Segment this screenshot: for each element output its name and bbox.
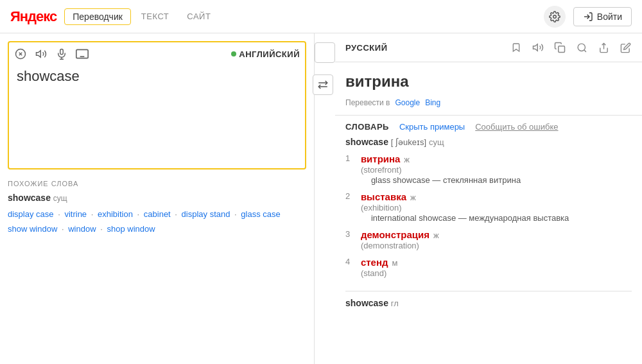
bing-link[interactable]: Bing: [425, 98, 440, 107]
tab-translator[interactable]: Переводчик: [64, 8, 131, 25]
bottom-showcase-pos: гл: [391, 299, 399, 308]
entry-main-2: выставка ж (exhibition) international sh…: [361, 191, 632, 223]
svg-line-21: [584, 49, 586, 51]
logo: Яндекс: [10, 8, 56, 25]
hide-examples-link[interactable]: Скрыть примеры: [399, 122, 465, 132]
similar-link-display-stand[interactable]: display stand: [182, 209, 230, 219]
entry-gender-4: м: [392, 258, 397, 268]
left-panel: АНГЛИЙСКИЙ showcase ПОХОЖИЕ СЛОВА showca…: [0, 33, 315, 364]
svg-point-0: [553, 15, 557, 18]
tab-text[interactable]: ТЕКСТ: [134, 9, 177, 24]
entry-example-1: glass showcase — стеклянная витрина: [361, 175, 521, 185]
entry-num-2: 2: [345, 191, 358, 201]
svg-rect-19: [559, 46, 565, 53]
similar-main-word: showcase сущ: [8, 193, 306, 203]
tab-site[interactable]: САЙТ: [179, 9, 218, 24]
input-text[interactable]: showcase: [14, 65, 300, 163]
speaker-right-icon[interactable]: [532, 41, 544, 54]
clear-icon[interactable]: [14, 48, 27, 60]
entry-gender-3: ж: [433, 230, 439, 240]
similar-pos: сущ: [53, 194, 67, 203]
entry-parens-2: (exhibition): [361, 203, 402, 212]
similar-link-vitrine[interactable]: vitrine: [64, 209, 87, 219]
share-icon[interactable]: [597, 41, 610, 54]
similar-words-section: ПОХОЖИЕ СЛОВА showcase сущ display case …: [0, 177, 314, 245]
svg-point-20: [578, 44, 585, 51]
entry-num-1: 1: [345, 153, 358, 163]
copy-icon[interactable]: [553, 41, 566, 54]
similar-link-show-window[interactable]: show window: [8, 224, 57, 234]
similar-title: ПОХОЖИЕ СЛОВА: [8, 180, 306, 187]
bottom-showcase-word: showcase: [345, 298, 388, 308]
dict-phonetic: [ ʃəukeɪs]: [391, 137, 426, 147]
entry-main-1: витрина ж (storefront) glass showcase — …: [361, 153, 632, 185]
speaker-icon[interactable]: [35, 48, 48, 60]
search-icon[interactable]: [575, 41, 588, 54]
similar-links-row1: display case · vitrine · exhibition · ca…: [8, 207, 306, 221]
login-label: Войти: [597, 12, 622, 22]
bottom-word-section: showcase гл: [345, 291, 632, 315]
target-lang-label: РУССКИЙ: [345, 43, 388, 53]
dict-header: СЛОВАРЬ Скрыть примеры Сообщить об ошибк…: [345, 116, 632, 137]
similar-link-window[interactable]: window: [68, 224, 96, 234]
entry-parens-4: (stand): [361, 268, 386, 278]
entry-main-4: стенд м (stand): [361, 257, 632, 278]
entry-num-3: 3: [345, 229, 358, 239]
dict-word: showcase: [345, 137, 388, 147]
dict-entry-3: 3 демонстрация ж (demonstration): [345, 229, 632, 250]
header: Яндекс Переводчик ТЕКСТ САЙТ Войти: [0, 0, 642, 33]
report-error-link[interactable]: Сообщить об ошибке: [475, 122, 558, 132]
dictionary-section: СЛОВАРЬ Скрыть примеры Сообщить об ошибк…: [335, 115, 642, 364]
right-toolbar: РУССКИЙ: [335, 33, 642, 62]
dict-pos: сущ: [429, 137, 444, 147]
right-icons: [510, 41, 632, 54]
entry-num-4: 4: [345, 257, 358, 266]
similar-link-display-case[interactable]: display case: [8, 209, 54, 219]
entry-word-2: выставка: [361, 191, 406, 202]
translate-in-label: Перевести в: [345, 98, 390, 107]
lang-dot: [231, 51, 236, 56]
input-box: АНГЛИЙСКИЙ showcase: [8, 41, 306, 169]
google-link[interactable]: Google: [395, 98, 420, 107]
dict-title: СЛОВАРЬ: [345, 122, 389, 132]
keyboard-icon[interactable]: [76, 48, 89, 60]
entry-example-2: international showcase — международная в…: [361, 213, 569, 223]
similar-link-exhibition[interactable]: exhibition: [98, 209, 133, 219]
svg-rect-6: [60, 49, 64, 55]
similar-links-row2: show window · window · shop window: [8, 221, 306, 236]
dict-entry-2: 2 выставка ж (exhibition) international …: [345, 191, 632, 223]
right-panel: РУССКИЙ: [335, 33, 642, 364]
logo-text: Яндекс: [10, 8, 56, 25]
entry-parens-1: (storefront): [361, 165, 402, 175]
bookmark-icon[interactable]: [510, 41, 523, 54]
source-lang-label: АНГЛИЙСКИЙ: [239, 49, 300, 59]
entry-gender-1: ж: [404, 155, 410, 164]
edit-icon[interactable]: [619, 41, 632, 54]
entry-word-1: витрина: [361, 153, 401, 164]
settings-button[interactable]: [544, 6, 566, 28]
input-controls: АНГЛИЙСКИЙ: [14, 48, 300, 60]
similar-link-cabinet[interactable]: cabinet: [144, 209, 171, 219]
svg-marker-5: [37, 51, 41, 58]
entry-word-3: демонстрация: [361, 229, 429, 240]
header-right: Войти: [544, 6, 632, 28]
similar-link-glass-case[interactable]: glass case: [241, 209, 280, 219]
similar-link-shop-window[interactable]: shop window: [107, 224, 155, 234]
swap-button[interactable]: [313, 74, 333, 95]
translate-in-bar: Перевести в Google Bing: [335, 96, 642, 115]
dict-word-line: showcase [ ʃəukeɪs] сущ: [345, 137, 632, 147]
entry-word-4: стенд: [361, 257, 388, 268]
login-button[interactable]: Войти: [573, 7, 632, 26]
dict-entry-1: 1 витрина ж (storefront) glass showcase …: [345, 153, 632, 185]
translation-result: витрина: [335, 62, 642, 96]
entry-main-3: демонстрация ж (demonstration): [361, 229, 632, 250]
entry-parens-3: (demonstration): [361, 241, 419, 250]
swap-languages-button[interactable]: [315, 42, 335, 63]
entry-gender-2: ж: [410, 193, 416, 202]
svg-marker-18: [534, 44, 538, 51]
dict-entry-4: 4 стенд м (stand): [345, 257, 632, 278]
dict-entries: 1 витрина ж (storefront) glass showcase …: [345, 153, 632, 291]
mic-icon[interactable]: [55, 48, 68, 60]
